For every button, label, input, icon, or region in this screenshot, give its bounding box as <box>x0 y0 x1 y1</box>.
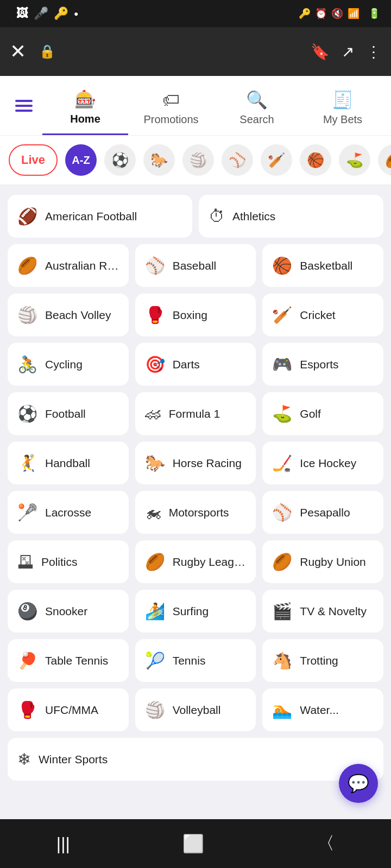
sport-icon: ⚽ <box>17 404 37 423</box>
sport-card-athletics[interactable]: ⏱Athletics <box>199 195 383 238</box>
sport-icon: 🎬 <box>272 602 292 621</box>
filter-basketball[interactable]: 🏀 <box>300 144 331 176</box>
sport-card-volleyball[interactable]: 🏐Volleyball <box>135 688 256 731</box>
sport-label: UFC/MMA <box>45 704 98 717</box>
status-signal-icon: 📶 <box>348 8 360 20</box>
sport-label: Handball <box>45 457 90 470</box>
sport-label: Rugby Union <box>300 556 365 569</box>
sport-label: Athletics <box>232 210 275 223</box>
sport-icon: 🏊 <box>272 700 292 719</box>
cricket-filter-icon: 🏏 <box>268 152 285 169</box>
sport-card-winter-sports[interactable]: ❄Winter Sports <box>8 738 383 781</box>
sport-card-golf[interactable]: ⛳Golf <box>262 392 383 435</box>
volleyball-filter-icon: 🏐 <box>190 152 207 169</box>
chat-icon: 💬 <box>348 773 369 794</box>
sport-label: Surfing <box>173 605 209 618</box>
sport-label: Australian Rules <box>45 259 119 272</box>
sport-card-cricket[interactable]: 🏏Cricket <box>262 293 383 336</box>
status-battery-icon: 🔋 <box>368 8 380 20</box>
filter-live[interactable]: Live <box>9 144 58 176</box>
tab-home[interactable]: 🎰 Home <box>42 76 128 135</box>
sport-icon: ⏱ <box>209 207 225 226</box>
tab-mybets[interactable]: 🧾 My Bets <box>300 76 386 135</box>
sport-card-rugby-league[interactable]: 🏉Rugby League <box>135 540 256 583</box>
sport-card-pesapallo[interactable]: ⚾Pesapallo <box>262 491 383 534</box>
nav-tabs: 🎰 Home 🏷 Promotions 🔍 Search 🧾 My Bets <box>42 76 386 135</box>
browser-close-button[interactable]: ✕ <box>10 40 29 63</box>
sport-card-esports[interactable]: 🎮Esports <box>262 343 383 386</box>
tab-search[interactable]: 🔍 Search <box>214 76 300 135</box>
sport-card-surfing[interactable]: 🏄Surfing <box>135 590 256 633</box>
sports-row: ❄Winter Sports <box>8 738 383 781</box>
promotions-icon: 🏷 <box>162 90 180 110</box>
browser-share-icon[interactable]: ↗ <box>342 43 354 61</box>
sports-row: ⚽Football🏎Formula 1⛳Golf <box>8 392 383 435</box>
sport-card-snooker[interactable]: 🎱Snooker <box>8 590 129 633</box>
sport-card-darts[interactable]: 🎯Darts <box>135 343 256 386</box>
football-filter-icon: ⚽ <box>111 152 129 169</box>
sport-icon: 🏐 <box>17 305 37 324</box>
hamburger-menu-button[interactable] <box>5 94 42 117</box>
sport-card-beach-volley[interactable]: 🏐Beach Volley <box>8 293 129 336</box>
filter-volleyball[interactable]: 🏐 <box>182 144 214 176</box>
bottom-nav-overview[interactable]: ||| <box>56 834 70 854</box>
sport-card-tv---novelty[interactable]: 🎬TV & Novelty <box>262 590 383 633</box>
sport-card-politics[interactable]: 🗳Politics <box>8 540 129 583</box>
filter-cricket[interactable]: 🏏 <box>261 144 292 176</box>
bottom-nav-home[interactable]: ⬜ <box>182 833 204 854</box>
sport-card-boxing[interactable]: 🥊Boxing <box>135 293 256 336</box>
bottom-nav-back[interactable]: 〈 <box>317 832 335 856</box>
sport-card-cycling[interactable]: 🚴Cycling <box>8 343 129 386</box>
browser-bookmark-icon[interactable]: 🔖 <box>311 43 330 61</box>
status-photo-icon: 🖼 <box>16 7 28 21</box>
filter-horse[interactable]: 🐎 <box>143 144 175 176</box>
sport-card-table-tennis[interactable]: 🏓Table Tennis <box>8 639 129 682</box>
sport-icon: 🏀 <box>272 256 292 275</box>
sport-card-australian-rules[interactable]: 🏉Australian Rules <box>8 244 129 287</box>
browser-more-icon[interactable]: ⋮ <box>366 43 381 61</box>
filter-golf[interactable]: ⛳ <box>339 144 370 176</box>
sport-card-handball[interactable]: 🤾Handball <box>8 442 129 484</box>
filter-az[interactable]: A-Z <box>65 144 97 176</box>
sport-icon: ⚾ <box>272 503 292 522</box>
sport-label: Ice Hockey <box>300 457 356 470</box>
sport-card-horse-racing[interactable]: 🐎Horse Racing <box>135 442 256 484</box>
chat-button[interactable]: 💬 <box>339 764 378 803</box>
sport-card-football[interactable]: ⚽Football <box>8 392 129 435</box>
sport-label: Basketball <box>300 259 352 272</box>
sport-icon: 🎱 <box>17 602 37 621</box>
filter-rugby[interactable]: 🏉 <box>378 144 391 176</box>
sport-label: Tennis <box>173 654 206 667</box>
sport-card-trotting[interactable]: 🐴Trotting <box>262 639 383 682</box>
sport-label: Beach Volley <box>45 309 111 322</box>
sport-card-lacrosse[interactable]: 🥍Lacrosse <box>8 491 129 534</box>
nav-bar: 🎰 Home 🏷 Promotions 🔍 Search 🧾 My Bets <box>0 76 391 136</box>
search-label: Search <box>239 113 274 126</box>
status-dot: ● <box>74 9 78 18</box>
sport-icon: 🏉 <box>272 552 292 571</box>
sport-label: Volleyball <box>173 704 221 717</box>
sport-icon: 🏒 <box>272 454 292 473</box>
sport-card-tennis[interactable]: 🎾Tennis <box>135 639 256 682</box>
sport-label: Cricket <box>300 309 335 322</box>
sports-row: 🚴Cycling🎯Darts🎮Esports <box>8 343 383 386</box>
sport-card-american-football[interactable]: 🏈American Football <box>8 195 192 238</box>
mybets-icon: 🧾 <box>332 90 354 110</box>
sport-card-basketball[interactable]: 🏀Basketball <box>262 244 383 287</box>
sport-label: Baseball <box>173 259 217 272</box>
sport-card-formula-1[interactable]: 🏎Formula 1 <box>135 392 256 435</box>
sport-card-baseball[interactable]: ⚾Baseball <box>135 244 256 287</box>
status-bar: 🖼 🎤 🔑 ● 🔑 ⏰ 🔇 📶 🔋 <box>0 0 391 27</box>
sport-card-ufc-mma[interactable]: 🥊UFC/MMA <box>8 688 129 731</box>
sport-card-motorsports[interactable]: 🏍Motorsports <box>135 491 256 534</box>
filter-baseball[interactable]: ⚾ <box>222 144 253 176</box>
sport-label: Cycling <box>45 358 83 371</box>
sport-card-ice-hockey[interactable]: 🏒Ice Hockey <box>262 442 383 484</box>
filter-football[interactable]: ⚽ <box>104 144 136 176</box>
sport-icon: 🏍 <box>145 503 161 522</box>
status-mic-icon: 🎤 <box>34 7 48 21</box>
tab-promotions[interactable]: 🏷 Promotions <box>128 76 214 135</box>
sport-card-water---[interactable]: 🏊Water... <box>262 688 383 731</box>
sport-icon: 🐎 <box>145 454 165 473</box>
sport-card-rugby-union[interactable]: 🏉Rugby Union <box>262 540 383 583</box>
